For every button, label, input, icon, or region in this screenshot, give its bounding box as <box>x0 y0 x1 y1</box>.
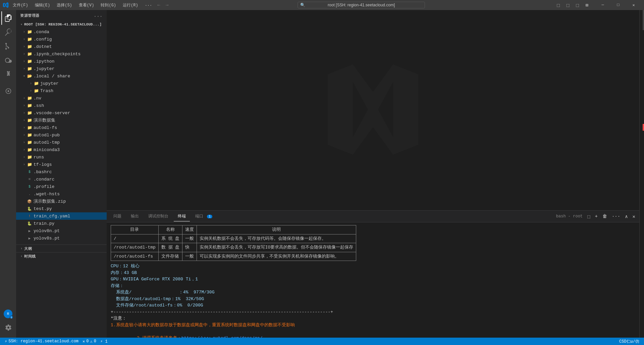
activity-extensions-icon[interactable] <box>1 68 15 81</box>
tree-item-autodl-fs[interactable]: › 📁 autodl-fs <box>16 124 107 131</box>
tree-item-config[interactable]: › 📁 .config <box>16 36 107 43</box>
tree-item-demo-zip[interactable]: › 📦 演示数据集.zip <box>16 198 107 205</box>
tree-item-timeline[interactable]: › 时间线 <box>16 253 107 260</box>
menu-file[interactable]: 文件(F) <box>11 2 30 9</box>
menu-run[interactable]: 运行(R) <box>121 2 140 9</box>
statusbar-notification-item[interactable]: ⚡ 1 <box>98 338 110 345</box>
nav-back-button[interactable]: ← <box>156 2 161 8</box>
data-disk-line: 数据盘/root/autodl-tmp：1% 32K/50G <box>111 296 635 302</box>
activity-search-icon[interactable] <box>1 25 15 39</box>
command-search-input[interactable] <box>298 2 425 8</box>
menu-goto[interactable]: 转到(G) <box>99 2 117 9</box>
file-storage-line: 文件存储/root/autodl-fs：0% 0/200G <box>111 302 635 309</box>
tab-debug-console[interactable]: 调试控制台 <box>144 211 172 221</box>
restore-button[interactable]: □ <box>610 0 626 10</box>
new-terminal-button[interactable]: + <box>594 213 599 220</box>
tab-ports[interactable]: 端口 1 <box>191 211 216 221</box>
tree-item-runs[interactable]: › 📁 runs <box>16 153 107 161</box>
tree-item-dotnet[interactable]: › 📁 .dotnet <box>16 43 107 50</box>
folder-icon: 📁 <box>27 111 32 116</box>
vscode-logo-icon <box>3 2 9 8</box>
tree-item-yolov8s[interactable]: › ▶ yolov8s.pt <box>16 234 107 242</box>
close-button[interactable]: ✕ <box>626 0 641 10</box>
activity-settings-icon[interactable] <box>1 321 15 334</box>
customize-layout-icon[interactable]: ⊞ <box>584 2 590 8</box>
kill-terminal-button[interactable]: 🗑 <box>601 213 608 220</box>
tree-item-outline[interactable]: › 大纲 <box>16 245 107 252</box>
tree-root-item[interactable]: ▾ ROOT [SSH: REGION-41.SEETACLOUD...] <box>16 21 107 28</box>
tree-item-tf-logs[interactable]: › 📁 tf-logs <box>16 161 107 168</box>
toggle-secondary-sidebar-icon[interactable]: ⬚ <box>575 2 580 8</box>
ipython-chevron-icon: › <box>21 60 27 63</box>
minimize-button[interactable]: ─ <box>595 0 610 10</box>
autodl-pub-chevron-icon: › <box>21 133 27 137</box>
tab-output[interactable]: 输出 <box>127 211 143 221</box>
tree-item-ipython[interactable]: › 📁 .ipython <box>16 58 107 65</box>
menu-select[interactable]: 选择(S) <box>55 2 73 9</box>
activity-source-control-icon[interactable] <box>1 40 15 53</box>
tree-item-yolov8n[interactable]: › ▶ yolov8n.pt <box>16 227 107 234</box>
tree-item-jupyter[interactable]: › 📁 .jupyter <box>16 65 107 72</box>
tree-item-demo-data[interactable]: › 📁 演示数据集 <box>16 117 107 124</box>
tree-item-traincfg[interactable]: › ! train_cfg.yaml <box>16 212 107 220</box>
table-row: / 系 统 盘 一般 实例关机数据不会丢失，可存放代码等。会随保存镜像一起保存。 <box>111 234 356 243</box>
ssh-chevron-icon: › <box>21 104 27 108</box>
tree-item-ssh[interactable]: › 📁 .ssh <box>16 102 107 109</box>
table-cell-name-1: 系 统 盘 <box>158 234 182 243</box>
tree-item-local[interactable]: ▾ 📂 .local / share <box>16 72 107 80</box>
statusbar-ssh-item[interactable]: ⚡ SSH: region-41.seetacloud.com <box>3 338 80 345</box>
tree-item-nv[interactable]: › 📁 .nv <box>16 94 107 102</box>
menu-view[interactable]: 查看(V) <box>77 2 96 9</box>
tree-item-profile[interactable]: › $ .profile <box>16 183 107 190</box>
tree-item-trash[interactable]: › 📁 Trash <box>16 87 107 94</box>
tree-item-trainpy[interactable]: › 🐍 train.py <box>16 220 107 227</box>
sidebar-more-button[interactable]: ... <box>94 13 103 18</box>
sidebar-header: 资源管理器 ... <box>16 10 107 21</box>
menu-bar: 文件(F) 编辑(E) 选择(S) 查看(V) 转到(G) 运行(R) ... <box>11 2 153 9</box>
statusbar-encoding-item[interactable]: CSD仁ω/仿 <box>617 339 641 344</box>
tree-item-wgethsts[interactable]: › . .wget-hsts <box>16 190 107 198</box>
folder-icon: 📁 <box>27 59 32 64</box>
activity-remote-icon[interactable] <box>1 84 15 98</box>
tree-item-conda[interactable]: › 📁 .conda <box>16 28 107 36</box>
system-disk-line: 系统盘/ ：4% 977M/30G <box>111 289 635 296</box>
nav-forward-button[interactable]: → <box>164 2 170 8</box>
ipython-label: .ipython <box>34 59 107 64</box>
tree-item-miniconda[interactable]: › 📁 miniconda3 <box>16 146 107 153</box>
bashrc-file-icon: $ <box>27 170 32 174</box>
toggle-primary-sidebar-icon[interactable]: ⬚ <box>555 2 561 8</box>
tree-item-bashrc[interactable]: › $ .bashrc <box>16 168 107 176</box>
tree-item-condarc[interactable]: › ≡ .condarc <box>16 176 107 183</box>
ipynb-label: .ipynb_checkpoints <box>34 52 107 57</box>
editor-main <box>107 10 639 210</box>
close-panel-button[interactable]: ✕ <box>631 213 637 220</box>
maximize-panel-button[interactable]: ∧ <box>624 213 629 220</box>
menu-edit[interactable]: 编辑(E) <box>34 2 52 9</box>
tab-problems[interactable]: 问题 <box>109 211 125 221</box>
tree-item-autodl-tmp[interactable]: › 📁 autodl-tmp <box>16 139 107 146</box>
svg-point-0 <box>8 90 9 92</box>
terminal-content[interactable]: 目录 名称 速度 说明 / 系 统 盘 一般 实例关机数据不会丢失，可存放代码等… <box>107 222 639 338</box>
tree-item-ipynb[interactable]: › 📁 .ipynb_checkpoints <box>16 50 107 58</box>
right-scrollbar[interactable] <box>639 10 644 338</box>
tab-terminal[interactable]: 终端 <box>174 211 190 221</box>
toggle-panel-icon[interactable]: ⬚ <box>565 2 571 8</box>
activity-explorer-icon[interactable] <box>1 11 15 25</box>
user-avatar[interactable]: R 1 <box>4 309 12 318</box>
tree-item-jupyter-child[interactable]: › 📁 jupyter <box>16 80 107 87</box>
menu-more[interactable]: ... <box>144 2 154 9</box>
terminal-table: 目录 名称 速度 说明 / 系 统 盘 一般 实例关机数据不会丢失，可存放代码等… <box>111 225 356 261</box>
activity-run-debug-icon[interactable] <box>1 54 15 67</box>
dotnet-chevron-icon: › <box>21 45 27 49</box>
activity-bar: R 1 <box>0 10 16 338</box>
statusbar-errors-item[interactable]: ✕ 0 ⚠ 0 <box>80 338 98 345</box>
more-actions-button[interactable]: ··· <box>610 213 622 220</box>
tree-item-vscode-server[interactable]: › 📁 .vscode-server <box>16 109 107 117</box>
pt2-file-icon: ▶ <box>27 236 32 240</box>
tree-item-autodl-pub[interactable]: › 📁 autodl-pub <box>16 131 107 139</box>
scrollbar-error-indicator <box>643 124 644 131</box>
encoding-label: CSD仁ω/仿 <box>619 339 639 344</box>
split-terminal-button[interactable]: ⬚ <box>586 213 591 220</box>
miniconda-label: miniconda3 <box>34 147 107 152</box>
tree-item-testpy[interactable]: › 🐍 test.py <box>16 205 107 212</box>
